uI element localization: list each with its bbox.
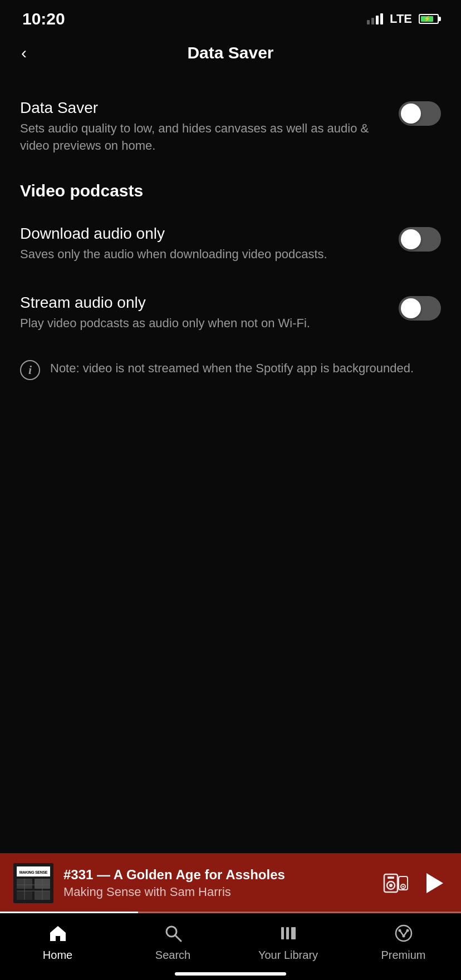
data-saver-title: Data Saver — [20, 99, 385, 117]
download-audio-only-toggle[interactable] — [399, 227, 441, 252]
device-icon[interactable] — [383, 872, 409, 894]
stream-audio-only-setting: Stream audio only Play video podcasts as… — [0, 278, 461, 348]
download-audio-only-setting: Download audio only Saves only the audio… — [0, 209, 461, 279]
bottom-nav: Home Search Your Library — [0, 913, 461, 980]
nav-library-label: Your Library — [258, 949, 318, 962]
info-icon: i — [20, 360, 40, 380]
download-audio-only-description: Saves only the audio when downloading vi… — [20, 246, 385, 263]
now-playing-artist: Making Sense with Sam Harris — [63, 885, 373, 899]
data-saver-description: Sets audio quality to low, and hides can… — [20, 120, 385, 155]
lte-label: LTE — [390, 12, 412, 26]
library-icon — [276, 921, 301, 945]
stream-audio-only-toggle[interactable] — [399, 296, 441, 321]
svg-point-25 — [406, 929, 409, 932]
now-playing-controls — [383, 869, 448, 897]
premium-icon — [391, 921, 416, 945]
nav-premium-label: Premium — [381, 949, 425, 962]
stream-audio-only-toggle-knob — [401, 298, 421, 318]
now-playing-title: #331 — A Golden Age for Assholes — [63, 867, 373, 883]
header: ‹ Data Saver — [0, 33, 461, 78]
stream-audio-only-title: Stream audio only — [20, 294, 385, 312]
status-bar: 10:20 LTE ⚡ — [0, 0, 461, 33]
download-audio-only-title: Download audio only — [20, 225, 385, 243]
svg-rect-20 — [281, 927, 284, 939]
video-podcasts-section: Video podcasts — [0, 170, 461, 206]
data-saver-setting: Data Saver Sets audio quality to low, an… — [0, 83, 461, 170]
nav-home-label: Home — [43, 949, 72, 962]
nav-search-label: Search — [155, 949, 190, 962]
play-button[interactable] — [420, 869, 448, 897]
svg-point-17 — [403, 886, 404, 888]
now-playing-bar[interactable]: MAKING SENSE #331 — A Golden Age for Ass… — [0, 853, 461, 913]
page-title: Data Saver — [187, 43, 273, 62]
battery-icon: ⚡ — [419, 14, 439, 24]
nav-item-search[interactable]: Search — [115, 921, 230, 962]
artwork-svg: MAKING SENSE — [13, 863, 53, 903]
now-playing-artwork: MAKING SENSE — [13, 863, 53, 903]
svg-point-26 — [402, 935, 405, 938]
home-indicator — [175, 972, 286, 976]
svg-rect-22 — [291, 927, 296, 939]
svg-point-13 — [389, 884, 393, 887]
data-saver-toggle-knob — [401, 104, 421, 124]
svg-line-19 — [175, 935, 181, 941]
stream-audio-only-description: Play video podcasts as audio only when n… — [20, 315, 385, 332]
nav-item-home[interactable]: Home — [0, 921, 115, 962]
status-time: 10:20 — [22, 9, 65, 28]
svg-rect-21 — [286, 927, 289, 939]
home-icon — [46, 921, 70, 945]
play-icon — [426, 873, 443, 893]
svg-point-23 — [396, 925, 411, 941]
svg-rect-15 — [399, 876, 408, 890]
nav-item-premium[interactable]: Premium — [346, 921, 461, 962]
info-note: i Note: video is not streamed when the S… — [0, 348, 461, 391]
status-icons: LTE ⚡ — [367, 12, 439, 26]
info-note-text: Note: video is not streamed when the Spo… — [50, 359, 414, 377]
svg-text:MAKING SENSE: MAKING SENSE — [19, 870, 48, 874]
signal-icon — [367, 13, 383, 24]
back-button[interactable]: ‹ — [17, 39, 31, 67]
video-podcasts-title: Video podcasts — [20, 181, 441, 200]
download-audio-only-toggle-knob — [401, 229, 421, 249]
search-icon — [161, 921, 185, 945]
settings-content: Data Saver Sets audio quality to low, an… — [0, 78, 461, 391]
nav-item-library[interactable]: Your Library — [230, 921, 346, 962]
data-saver-toggle[interactable] — [399, 101, 441, 126]
now-playing-info: #331 — A Golden Age for Assholes Making … — [63, 867, 373, 899]
svg-point-24 — [398, 929, 401, 932]
svg-rect-14 — [388, 876, 394, 879]
